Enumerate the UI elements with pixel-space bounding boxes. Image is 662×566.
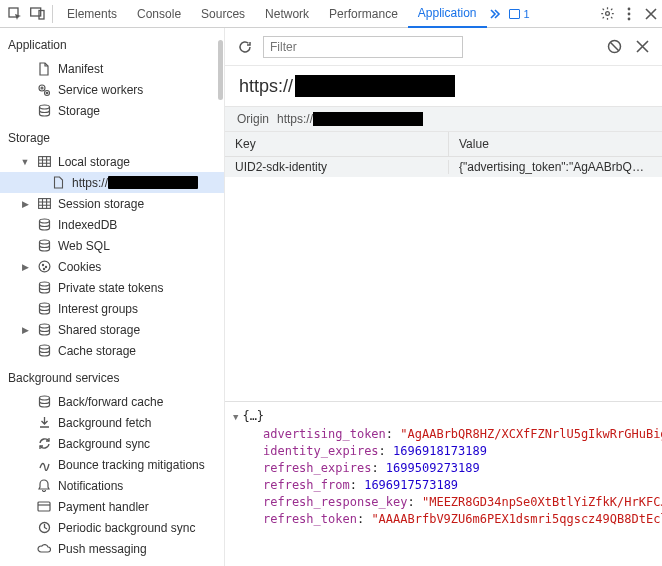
sidebar-item-background-fetch[interactable]: ▶Background fetch <box>0 412 224 433</box>
sidebar-item-bounce-tracking[interactable]: ▶Bounce tracking mitigations <box>0 454 224 475</box>
cell-value[interactable]: {"advertising_token":"AgAABrbQR8... <box>449 160 662 174</box>
sidebar-item-private-state-tokens[interactable]: ▶ Private state tokens <box>0 277 224 298</box>
svg-point-9 <box>41 87 43 89</box>
svg-point-15 <box>39 240 49 244</box>
origin-url: https:// <box>225 66 662 106</box>
clear-icon[interactable] <box>632 37 652 57</box>
more-tabs-icon[interactable] <box>487 8 503 20</box>
sidebar-item-session-storage[interactable]: ▶ Session storage <box>0 193 224 214</box>
detail-header[interactable]: ▼{…} <box>233 408 654 426</box>
refresh-icon[interactable] <box>235 37 255 57</box>
sidebar-item-label: Cookies <box>58 260 101 274</box>
sidebar-item-periodic-sync[interactable]: ▶Periodic background sync <box>0 517 224 538</box>
svg-point-17 <box>42 264 43 265</box>
column-key[interactable]: Key <box>225 132 449 156</box>
detail-prop[interactable]: refresh_token: "AAAABrfbV9ZU6m6PEX1dsmri… <box>233 511 654 528</box>
database-icon <box>36 218 52 231</box>
svg-point-22 <box>39 324 49 328</box>
document-icon <box>36 62 52 76</box>
device-toggle-icon[interactable] <box>26 7 48 20</box>
sidebar-scrollbar[interactable] <box>218 40 223 100</box>
inspect-icon[interactable] <box>4 7 26 21</box>
database-icon <box>36 344 52 357</box>
value-detail[interactable]: ▼{…} advertising_token: "AgAABrbQR8HZ/XC… <box>225 402 662 566</box>
database-icon <box>36 395 52 408</box>
svg-point-10 <box>46 92 48 94</box>
cell-key[interactable]: UID2-sdk-identity <box>225 160 449 174</box>
sidebar-item-label: Background sync <box>58 437 150 451</box>
sidebar-item-push-messaging[interactable]: ▶Push messaging <box>0 538 224 559</box>
svg-point-16 <box>39 261 50 272</box>
sync-icon <box>36 437 52 450</box>
tab-elements[interactable]: Elements <box>57 0 127 28</box>
detail-prop[interactable]: advertising_token: "AgAABrbQR8HZ/XCXfFZN… <box>233 426 654 443</box>
sidebar-item-label: Payment handler <box>58 500 149 514</box>
chevron-right-icon: ▶ <box>20 325 30 335</box>
table-body[interactable]: UID2-sdk-identity {"advertising_token":"… <box>225 157 662 402</box>
sidebar-item-background-sync[interactable]: ▶Background sync <box>0 433 224 454</box>
divider <box>52 5 53 23</box>
svg-rect-2 <box>39 11 44 20</box>
svg-point-14 <box>39 219 49 223</box>
svg-point-8 <box>45 90 50 95</box>
svg-point-21 <box>39 303 49 307</box>
section-application: Application <box>0 28 224 58</box>
svg-point-23 <box>39 345 49 349</box>
block-icon[interactable] <box>604 37 624 57</box>
sidebar-item-label: Private state tokens <box>58 281 163 295</box>
settings-icon[interactable] <box>596 6 618 21</box>
sidebar-item-payment-handler[interactable]: ▶Payment handler <box>0 496 224 517</box>
sidebar-item-cache-storage[interactable]: ▶ Cache storage <box>0 340 224 361</box>
column-value[interactable]: Value <box>449 132 662 156</box>
gears-icon <box>36 83 52 97</box>
sidebar-item-label: Cache storage <box>58 344 136 358</box>
sidebar-item-local-storage-origin[interactable]: ▶ https:// <box>0 172 224 193</box>
database-icon <box>36 323 52 336</box>
tab-application[interactable]: Application <box>408 0 487 28</box>
cloud-icon <box>36 543 52 554</box>
svg-point-5 <box>628 12 631 15</box>
sidebar-item-label: Back/forward cache <box>58 395 163 409</box>
database-icon <box>36 239 52 252</box>
chevron-right-icon: ▶ <box>20 262 30 272</box>
sidebar-item-label: Background fetch <box>58 416 151 430</box>
cookie-icon <box>36 260 52 273</box>
tab-console[interactable]: Console <box>127 0 191 28</box>
card-icon <box>36 501 52 512</box>
sidebar-item-service-workers[interactable]: ▶ Service workers <box>0 79 224 100</box>
svg-rect-13 <box>38 199 50 209</box>
sidebar-item-indexeddb[interactable]: ▶ IndexedDB <box>0 214 224 235</box>
sidebar-item-label: IndexedDB <box>58 218 117 232</box>
detail-prop[interactable]: refresh_expires: 1699509273189 <box>233 460 654 477</box>
tab-performance[interactable]: Performance <box>319 0 408 28</box>
svg-rect-25 <box>38 502 50 511</box>
sidebar-item-storage[interactable]: ▶ Storage <box>0 100 224 121</box>
sidebar-item-bfcache[interactable]: ▶Back/forward cache <box>0 391 224 412</box>
section-storage: Storage <box>0 121 224 151</box>
sidebar-item-websql[interactable]: ▶ Web SQL <box>0 235 224 256</box>
svg-point-7 <box>39 85 45 91</box>
tab-sources[interactable]: Sources <box>191 0 255 28</box>
file-icon <box>50 176 66 189</box>
detail-prop[interactable]: refresh_from: 1696917573189 <box>233 477 654 494</box>
chevron-right-icon: ▶ <box>20 199 30 209</box>
sidebar-item-notifications[interactable]: ▶Notifications <box>0 475 224 496</box>
sidebar-item-cookies[interactable]: ▶ Cookies <box>0 256 224 277</box>
kebab-icon[interactable] <box>618 7 640 21</box>
filter-input[interactable] <box>263 36 463 58</box>
detail-prop[interactable]: refresh_response_key: "MEEZR8GD34npSe0Xt… <box>233 494 654 511</box>
sidebar-item-local-storage[interactable]: ▼ Local storage <box>0 151 224 172</box>
sidebar-item-label: Local storage <box>58 155 130 169</box>
messages-badge[interactable]: 1 <box>503 8 536 20</box>
sidebar-item-interest-groups[interactable]: ▶ Interest groups <box>0 298 224 319</box>
sidebar-item-shared-storage[interactable]: ▶ Shared storage <box>0 319 224 340</box>
sidebar-item-manifest[interactable]: ▶ Manifest <box>0 58 224 79</box>
detail-prop[interactable]: identity_expires: 1696918173189 <box>233 443 654 460</box>
sidebar-item-label: Push messaging <box>58 542 147 556</box>
sidebar-item-label: Web SQL <box>58 239 110 253</box>
tab-network[interactable]: Network <box>255 0 319 28</box>
fetch-icon <box>36 416 52 429</box>
message-count: 1 <box>524 8 530 20</box>
table-row[interactable]: UID2-sdk-identity {"advertising_token":"… <box>225 157 662 177</box>
close-devtools-icon[interactable] <box>640 8 662 20</box>
